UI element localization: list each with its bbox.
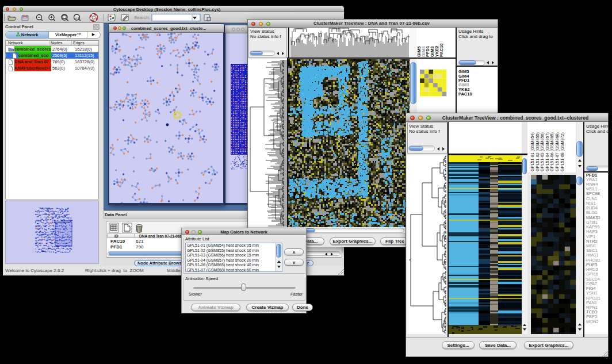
svg-text:GPL51-08 (GSM872): GPL51-08 (GSM872) (560, 132, 565, 171)
svg-text:PAC10: PAC10 (439, 43, 444, 57)
svg-text:1:1: 1:1 (75, 16, 79, 20)
svg-text:Search:: Search: (134, 15, 150, 20)
